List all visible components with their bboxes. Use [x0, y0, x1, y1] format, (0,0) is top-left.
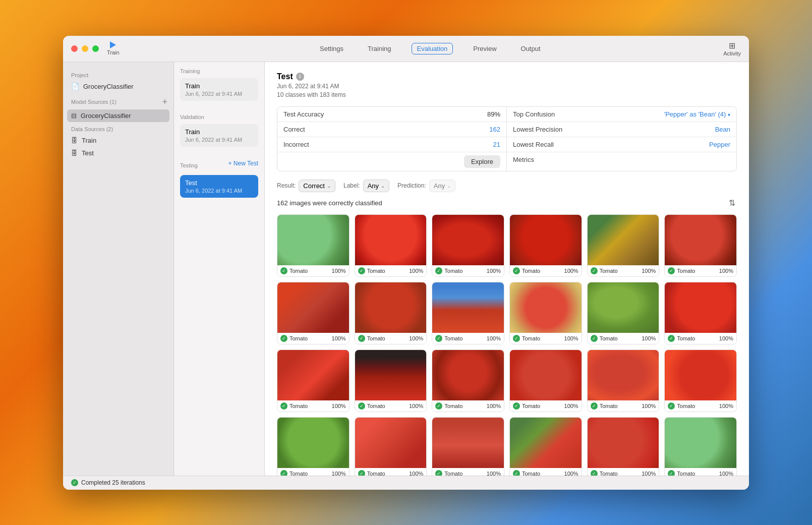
test-classes: 10 classes with 183 items: [277, 91, 737, 98]
image-card[interactable]: ✓Tomato100%: [587, 214, 660, 277]
minimize-button[interactable]: [82, 45, 88, 52]
image-card[interactable]: ✓Tomato100%: [664, 282, 737, 344]
image-card[interactable]: ✓Tomato100%: [432, 214, 504, 277]
image-class-label: Tomato: [600, 471, 640, 476]
image-card[interactable]: ✓Tomato100%: [509, 417, 582, 476]
image-card[interactable]: ✓Tomato100%: [355, 282, 427, 344]
image-card[interactable]: ✓Tomato100%: [355, 417, 427, 476]
result-select[interactable]: Correct ⌄: [299, 180, 335, 192]
image-class-label: Tomato: [522, 471, 562, 476]
preview-tab[interactable]: Preview: [469, 43, 500, 54]
lowest-recall-value[interactable]: Pepper: [709, 141, 730, 148]
activity-button[interactable]: ⊞ Activity: [723, 41, 741, 56]
image-label-row: ✓Tomato100%: [432, 333, 504, 344]
image-thumbnail: [588, 350, 659, 400]
settings-tab[interactable]: Settings: [316, 43, 347, 54]
training-section-label: Training: [180, 68, 258, 74]
check-icon: ✓: [280, 402, 287, 410]
image-class-label: Tomato: [289, 403, 330, 409]
status-text: Completed 25 iterations: [81, 479, 145, 486]
test-item[interactable]: Test Jun 6, 2022 at 9:41 AM: [180, 175, 258, 198]
image-card[interactable]: ✓Tomato100%: [664, 214, 737, 277]
training-item[interactable]: Train Jun 6, 2022 at 9:41 AM: [180, 78, 258, 101]
project-section-label: Project: [63, 68, 173, 80]
image-card[interactable]: ✓Tomato100%: [509, 282, 582, 344]
sidebar-item-model[interactable]: ⊟ GroceryClassifier: [67, 109, 169, 122]
prediction-select[interactable]: Any ⌄: [429, 180, 455, 192]
check-icon: ✓: [435, 267, 442, 274]
activity-icon: ⊞: [729, 41, 735, 50]
explore-button[interactable]: Explore: [464, 155, 500, 168]
image-label-row: ✓Tomato100%: [355, 265, 427, 276]
results-text: 162 images were correctly classified: [277, 199, 382, 207]
image-label-row: ✓Tomato100%: [665, 468, 736, 476]
new-test-button[interactable]: + New Test: [228, 160, 258, 167]
image-card[interactable]: ✓Tomato100%: [277, 282, 350, 344]
image-card[interactable]: ✓Tomato100%: [355, 349, 427, 412]
image-thumbnail: [665, 418, 736, 468]
close-button[interactable]: [71, 45, 78, 52]
image-card[interactable]: ✓Tomato100%: [587, 417, 660, 476]
image-thumbnail: [432, 282, 504, 333]
image-thumbnail: [588, 215, 659, 265]
image-card[interactable]: ✓Tomato100%: [277, 417, 350, 476]
add-model-button[interactable]: +: [162, 97, 167, 107]
image-label-row: ✓Tomato100%: [355, 468, 427, 476]
sidebar-item-train[interactable]: 🗄 Train: [63, 134, 173, 147]
check-icon: ✓: [668, 335, 675, 342]
image-card[interactable]: ✓Tomato100%: [355, 214, 427, 277]
image-label-row: ✓Tomato100%: [665, 265, 736, 276]
sort-button[interactable]: ⇅: [727, 198, 737, 208]
image-thumbnail: [277, 282, 349, 333]
image-confidence: 100%: [409, 471, 423, 476]
image-card[interactable]: ✓Tomato100%: [432, 282, 504, 344]
image-card[interactable]: ✓Tomato100%: [587, 349, 660, 412]
image-card[interactable]: ✓Tomato100%: [664, 349, 737, 412]
lowest-recall-label: Lowest Recall: [513, 141, 709, 148]
val-item-date: Jun 6, 2022 at 9:41 AM: [185, 137, 253, 143]
image-thumbnail: [510, 350, 582, 400]
output-tab[interactable]: Output: [517, 43, 545, 54]
image-label-row: ✓Tomato100%: [510, 265, 582, 276]
image-thumbnail: [665, 282, 736, 333]
lowest-precision-row: Lowest Precision Bean: [507, 122, 736, 137]
info-icon[interactable]: i: [296, 73, 304, 81]
result-label: Result:: [277, 182, 296, 189]
label-select[interactable]: Any ⌄: [363, 180, 389, 192]
image-class-label: Tomato: [367, 268, 408, 274]
status-icon: [71, 479, 78, 486]
image-confidence: 100%: [332, 335, 346, 341]
sidebar-item-project[interactable]: 📄 GroceryClassifier: [63, 80, 173, 93]
top-confusion-value[interactable]: 'Pepper' as 'Bean' (4) ▾: [664, 110, 730, 118]
status-completed: Completed 25 iterations: [71, 479, 145, 486]
image-label-row: ✓Tomato100%: [588, 400, 659, 412]
maximize-button[interactable]: [92, 45, 99, 52]
check-icon: ✓: [280, 470, 287, 476]
image-confidence: 100%: [332, 403, 346, 409]
train-button[interactable]: Train: [107, 41, 120, 55]
image-card[interactable]: ✓Tomato100%: [509, 349, 582, 412]
sidebar-item-test[interactable]: 🗄 Test: [63, 147, 173, 159]
image-thumbnail: [588, 418, 659, 468]
validation-item[interactable]: Train Jun 6, 2022 at 9:41 AM: [180, 124, 258, 147]
image-card[interactable]: ✓Tomato100%: [277, 349, 350, 412]
check-icon: ✓: [591, 267, 598, 274]
image-card[interactable]: ✓Tomato100%: [509, 214, 582, 277]
image-card[interactable]: ✓Tomato100%: [587, 282, 660, 344]
metrics-link[interactable]: Metrics: [513, 156, 534, 163]
top-confusion-label: Top Confusion: [513, 110, 664, 118]
lowest-precision-value[interactable]: Bean: [715, 126, 730, 133]
image-class-label: Tomato: [677, 268, 717, 274]
check-icon: ✓: [358, 470, 365, 476]
image-card[interactable]: ✓Tomato100%: [432, 349, 504, 412]
image-label-row: ✓Tomato100%: [665, 333, 736, 344]
image-card[interactable]: ✓Tomato100%: [664, 417, 737, 476]
image-card[interactable]: ✓Tomato100%: [277, 214, 350, 277]
evaluation-tab[interactable]: Evaluation: [412, 43, 453, 54]
train-label: Train: [107, 49, 120, 55]
image-card[interactable]: ✓Tomato100%: [432, 417, 504, 476]
titlebar: Train Settings Training Evaluation Previ…: [63, 36, 749, 62]
test-label: Test: [82, 149, 94, 157]
training-tab[interactable]: Training: [364, 43, 395, 54]
image-thumbnail: [277, 215, 349, 265]
